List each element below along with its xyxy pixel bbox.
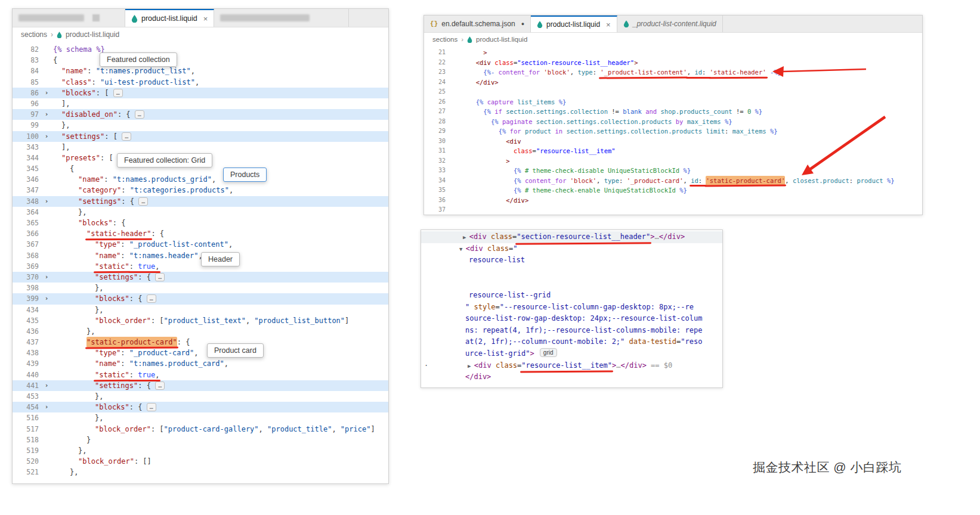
breadcrumb-sections[interactable]: sections bbox=[21, 30, 47, 39]
code-line[interactable]: 21> bbox=[424, 48, 922, 58]
code-line[interactable]: 368"name": "t:names.header", bbox=[13, 250, 388, 261]
code-line[interactable]: 399›"blocks": { … bbox=[13, 293, 388, 304]
line-number[interactable]: 437 bbox=[13, 337, 42, 348]
line-number[interactable]: 399 bbox=[13, 293, 42, 304]
code-line[interactable]: 31class="resource-list__item" bbox=[424, 146, 922, 156]
code-line[interactable]: 347"category": "t:categories.products", bbox=[13, 185, 388, 196]
line-number[interactable]: 453 bbox=[13, 391, 42, 402]
breadcrumb-file[interactable]: product-list.liquid bbox=[66, 30, 119, 39]
code-line[interactable]: 343], bbox=[13, 142, 388, 153]
line-number[interactable]: 398 bbox=[13, 283, 42, 293]
fold-chevron-icon[interactable]: › bbox=[42, 293, 51, 304]
close-tab-icon[interactable]: × bbox=[606, 20, 611, 29]
code-line[interactable]: 84"name": "t:names.product_list", bbox=[13, 66, 388, 76]
line-number[interactable]: 96 bbox=[13, 98, 42, 109]
line-number[interactable]: 32 bbox=[424, 156, 452, 166]
dom-tree-row[interactable] bbox=[421, 266, 722, 278]
fold-chevron-icon[interactable]: › bbox=[42, 402, 51, 412]
line-number[interactable]: 364 bbox=[13, 207, 42, 218]
code-line[interactable]: 519}, bbox=[13, 445, 388, 456]
code-line[interactable]: 434}, bbox=[13, 305, 388, 315]
code-line[interactable]: 28{% paginate section.settings.collectio… bbox=[424, 117, 922, 127]
line-number[interactable]: 516 bbox=[13, 412, 42, 423]
code-line[interactable]: 35{% # theme-check-enable UniqueStaticBl… bbox=[424, 185, 922, 196]
code-line[interactable]: 516}, bbox=[13, 412, 388, 423]
code-line[interactable]: 36</div> bbox=[424, 196, 922, 206]
code-line[interactable]: 437"static-product-card": { bbox=[13, 337, 388, 348]
line-number[interactable]: 83 bbox=[13, 55, 42, 66]
code-line[interactable]: 22<div class="section-resource-list__hea… bbox=[424, 58, 922, 68]
line-number[interactable]: 34 bbox=[424, 176, 452, 186]
line-number[interactable]: 35 bbox=[424, 185, 452, 196]
line-number[interactable]: 22 bbox=[424, 58, 452, 68]
tab-redacted-2[interactable] bbox=[214, 9, 349, 27]
code-line[interactable]: 34{% content_for 'block', type: '_produc… bbox=[424, 176, 922, 186]
line-number[interactable]: 439 bbox=[13, 358, 42, 369]
dom-tree-row[interactable]: source-list-row-gap-desktop: 24px;--reso… bbox=[421, 313, 722, 325]
line-number[interactable]: 33 bbox=[424, 166, 452, 176]
code-line[interactable]: 348›"settings": { … bbox=[13, 196, 388, 207]
code-line[interactable]: 366"static-header": { bbox=[13, 228, 388, 239]
line-number[interactable]: 30 bbox=[424, 136, 452, 147]
code-line[interactable]: 33{% # theme-check-disable UniqueStaticB… bbox=[424, 166, 922, 176]
code-line[interactable]: 438"type": "_product-card", bbox=[13, 348, 388, 358]
line-number[interactable]: 343 bbox=[13, 142, 42, 153]
line-number[interactable]: 24 bbox=[424, 77, 452, 88]
code-line[interactable]: 439"name": "t:names.product_card", bbox=[13, 358, 388, 369]
line-number[interactable]: 368 bbox=[13, 250, 42, 261]
tab-product-list-liquid[interactable]: product-list.liquid × bbox=[531, 15, 617, 32]
line-number[interactable]: 344 bbox=[13, 153, 42, 163]
fold-chevron-icon[interactable]: › bbox=[42, 109, 51, 120]
line-number[interactable]: 25 bbox=[424, 87, 452, 97]
breadcrumb-file[interactable]: product-list.liquid bbox=[476, 36, 527, 43]
code-line[interactable]: 100›"settings": [ … bbox=[13, 131, 388, 142]
tab-product-list-liquid[interactable]: product-list.liquid × bbox=[125, 9, 214, 27]
code-line[interactable]: 369"static": true, bbox=[13, 261, 388, 272]
code-line[interactable]: 26{% capture list_items %} bbox=[424, 97, 922, 107]
code-line[interactable]: 453}, bbox=[13, 391, 388, 402]
dom-tree-row[interactable]: ▼ <div class=" bbox=[421, 243, 722, 255]
line-number[interactable]: 21 bbox=[424, 48, 452, 58]
line-number[interactable]: 521 bbox=[13, 467, 42, 477]
tab-en-default-schema-json[interactable]: {} en.default.schema.json ● bbox=[424, 15, 531, 32]
code-line[interactable]: 521}, bbox=[13, 467, 388, 477]
line-number[interactable]: 99 bbox=[13, 120, 42, 131]
code-line[interactable]: 441›"settings": { … bbox=[13, 380, 388, 391]
code-line[interactable]: 436}, bbox=[13, 326, 388, 337]
line-number[interactable]: 100 bbox=[13, 131, 42, 142]
code-line[interactable]: 520"block_order": [] bbox=[13, 456, 388, 467]
line-number[interactable]: 369 bbox=[13, 261, 42, 272]
line-number[interactable]: 435 bbox=[13, 315, 42, 326]
code-line[interactable]: 517"block_order": ["product-card-gallery… bbox=[13, 424, 388, 435]
fold-chevron-icon[interactable]: › bbox=[42, 88, 51, 98]
code-line[interactable]: 30<div bbox=[424, 136, 922, 147]
line-number[interactable]: 440 bbox=[13, 370, 42, 380]
code-line[interactable]: 367"type": "_product-list-content", bbox=[13, 239, 388, 250]
line-number[interactable]: 97 bbox=[13, 109, 42, 120]
code-line[interactable]: 364}, bbox=[13, 207, 388, 218]
line-number[interactable]: 82 bbox=[13, 44, 42, 55]
code-line[interactable]: 25 bbox=[424, 87, 922, 97]
close-tab-icon[interactable]: × bbox=[203, 14, 208, 23]
dom-tree-row[interactable]: urce-list-grid"> grid bbox=[421, 348, 722, 360]
code-line[interactable]: 365"blocks": { bbox=[13, 218, 388, 228]
code-line[interactable]: 454›"blocks": { … bbox=[13, 402, 388, 412]
code-line[interactable]: 82{% schema %} bbox=[13, 44, 388, 55]
line-number[interactable]: 436 bbox=[13, 326, 42, 337]
line-number[interactable]: 31 bbox=[424, 146, 452, 156]
code-line[interactable]: 24</div> bbox=[424, 77, 922, 88]
code-line[interactable]: 32> bbox=[424, 156, 922, 166]
line-number[interactable]: 348 bbox=[13, 196, 42, 207]
code-line[interactable]: 440"static": true, bbox=[13, 370, 388, 380]
dom-tree-row[interactable]: at(2, 1fr);--column-count-mobile: 2;" da… bbox=[421, 336, 722, 348]
dom-tree-row[interactable]: resource-list bbox=[421, 255, 722, 266]
code-line[interactable]: 398}, bbox=[13, 283, 388, 293]
left-code-editor[interactable]: 82{% schema %}83{84"name": "t:names.prod… bbox=[13, 42, 388, 478]
dom-tree-row[interactable]: </div> bbox=[421, 371, 722, 383]
code-line[interactable]: 99}, bbox=[13, 120, 388, 131]
code-line[interactable]: 518} bbox=[13, 435, 388, 445]
code-line[interactable]: 86›"blocks": [ … bbox=[13, 88, 388, 98]
line-number[interactable]: 85 bbox=[13, 77, 42, 88]
line-number[interactable]: 520 bbox=[13, 456, 42, 467]
code-line[interactable]: 83{ bbox=[13, 55, 388, 66]
